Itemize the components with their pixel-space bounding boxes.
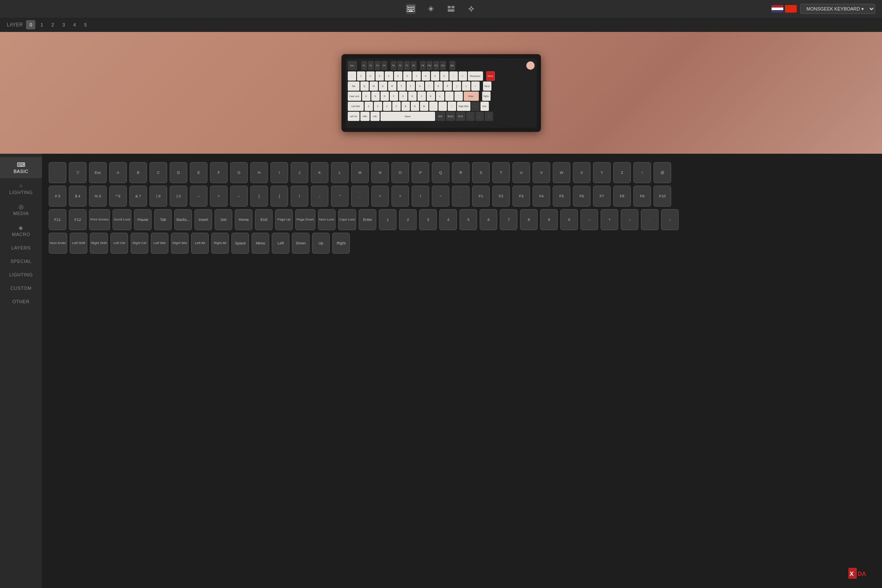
key-dot[interactable]: .	[452, 186, 470, 207]
pk-6[interactable]: 6	[403, 71, 412, 81]
pk-pgdn[interactable]: PgDn	[482, 92, 491, 101]
pk-8[interactable]: 8	[422, 71, 430, 81]
pk-q[interactable]: Q	[360, 81, 369, 91]
pk-f11[interactable]: F11	[433, 61, 439, 70]
key-v[interactable]: V	[533, 162, 550, 183]
pk-y[interactable]: Y	[407, 81, 415, 91]
key-f[interactable]: F	[210, 162, 228, 183]
key-f2[interactable]: F2	[492, 186, 510, 207]
key-lalt[interactable]: Left Alt	[191, 233, 209, 254]
key-h[interactable]: H	[250, 162, 268, 183]
settings-icon[interactable]	[426, 4, 436, 14]
key-dash[interactable]: –	[190, 186, 207, 207]
key-down[interactable]: Down	[292, 233, 310, 254]
key-rbracket[interactable]: ]	[270, 186, 288, 207]
pk-esc[interactable]: Esc	[348, 61, 357, 70]
key-left[interactable]: Left	[272, 233, 289, 254]
key-a[interactable]: A	[109, 162, 127, 183]
key-num6[interactable]: 6	[480, 209, 497, 230]
pk-up[interactable]: ↑	[471, 102, 480, 111]
key-menu[interactable]: Menu	[252, 233, 269, 254]
key-lctrl[interactable]: Left Ctrl	[110, 233, 128, 254]
key-rshift[interactable]: Right Shift	[90, 233, 108, 254]
pk-m[interactable]: M	[420, 102, 428, 111]
sidebar-item-media[interactable]: ◎ MEDIA	[0, 199, 42, 220]
pk-j[interactable]: J	[417, 92, 426, 101]
key-dash2[interactable]: –	[230, 186, 248, 207]
key-lshift[interactable]: Left Shift	[70, 233, 87, 254]
pk-rctrl[interactable]: RCtrl	[456, 112, 465, 121]
flag-cn[interactable]	[785, 5, 797, 13]
pk-c[interactable]: C	[383, 102, 391, 111]
layer-5[interactable]: 5	[81, 20, 90, 29]
pk-caps[interactable]: Caps Lock	[348, 92, 361, 101]
key-pgdn[interactable]: Page Down	[295, 209, 315, 230]
key-empty[interactable]	[49, 162, 66, 183]
pk-w[interactable]: W	[370, 81, 378, 91]
layer-3[interactable]: 3	[59, 20, 68, 29]
key-f5[interactable]: F5	[553, 186, 570, 207]
sidebar-item-layers[interactable]: LAYERS	[0, 241, 42, 255]
pk-a[interactable]: A	[362, 92, 370, 101]
key-num3[interactable]: 3	[419, 209, 437, 230]
key-capslock[interactable]: Caps Lock	[338, 209, 357, 230]
key-j[interactable]: J	[291, 162, 308, 183]
pk-minus[interactable]: -	[449, 71, 458, 81]
key-c[interactable]: C	[150, 162, 167, 183]
pk-plus[interactable]: =	[459, 71, 467, 81]
pk-t[interactable]: T	[397, 81, 406, 91]
sidebar-item-special[interactable]: SPECIAL	[0, 255, 42, 268]
key-semicolon[interactable]: ;	[311, 186, 328, 207]
pk-f7[interactable]: F7	[404, 61, 410, 70]
pk-g[interactable]: G	[399, 92, 407, 101]
pk-r[interactable]: R	[388, 81, 396, 91]
pk-v[interactable]: V	[392, 102, 401, 111]
pk-s[interactable]: S	[371, 92, 380, 101]
pk-n[interactable]: N	[411, 102, 419, 111]
pk-e[interactable]: E	[379, 81, 387, 91]
key-r[interactable]: R	[452, 162, 470, 183]
pk-h[interactable]: H	[408, 92, 417, 101]
key-num5[interactable]: 5	[459, 209, 477, 230]
pk-z[interactable]: Z	[365, 102, 373, 111]
pk-0[interactable]: 0	[440, 71, 449, 81]
key-d[interactable]: D	[170, 162, 187, 183]
key-scrlock[interactable]: Scroll Lock	[113, 209, 131, 230]
pk-lctrl[interactable]: Left Ctrl	[348, 112, 360, 121]
pk-p[interactable]: P	[444, 81, 452, 91]
pk-lbrace[interactable]: [	[453, 81, 461, 91]
key-num-dot[interactable]: .	[641, 209, 659, 230]
key-rctrl[interactable]: Right Ctrl	[131, 233, 148, 254]
key-rparen[interactable]: ) 0	[170, 186, 187, 207]
key-numenter[interactable]: Num Enter	[49, 233, 67, 254]
pk-l[interactable]: L	[436, 92, 444, 101]
key-transparent[interactable]: ▽	[69, 162, 87, 183]
sidebar-item-other[interactable]: OTHER	[0, 295, 42, 308]
key-dollar[interactable]: $ 4	[69, 186, 87, 207]
key-f6[interactable]: F6	[573, 186, 591, 207]
pk-1[interactable]: 1	[357, 71, 365, 81]
pk-f8[interactable]: F8	[411, 61, 417, 70]
key-l[interactable]: L	[331, 162, 349, 183]
pk-7[interactable]: 7	[412, 71, 421, 81]
pk-pgup[interactable]: PgUp	[483, 81, 491, 91]
key-tilde2[interactable]: ~	[432, 186, 449, 207]
key-insert[interactable]: Insert	[194, 209, 212, 230]
pk-enter[interactable]: Enter	[464, 92, 479, 101]
key-e[interactable]: E	[190, 162, 207, 183]
key-u[interactable]: U	[512, 162, 530, 183]
key-rwin[interactable]: Right Win	[171, 233, 189, 254]
key-f7[interactable]: F7	[593, 186, 611, 207]
pk-mo2[interactable]: MO(2)	[446, 112, 455, 121]
pk-end[interactable]: End	[480, 102, 489, 111]
pk-lalt[interactable]: LAlt	[370, 112, 380, 121]
pk-f[interactable]: F	[390, 92, 398, 101]
key-p[interactable]: P	[412, 162, 429, 183]
pk-semi[interactable]: ;	[445, 92, 454, 101]
key-m[interactable]: M	[351, 162, 369, 183]
key-y[interactable]: Y	[593, 162, 611, 183]
pk-home[interactable]: Home	[486, 71, 495, 81]
key-lparen[interactable]: ( 8	[150, 186, 167, 207]
pk-quote[interactable]: '	[454, 92, 463, 101]
key-esc[interactable]: Esc	[89, 162, 107, 183]
